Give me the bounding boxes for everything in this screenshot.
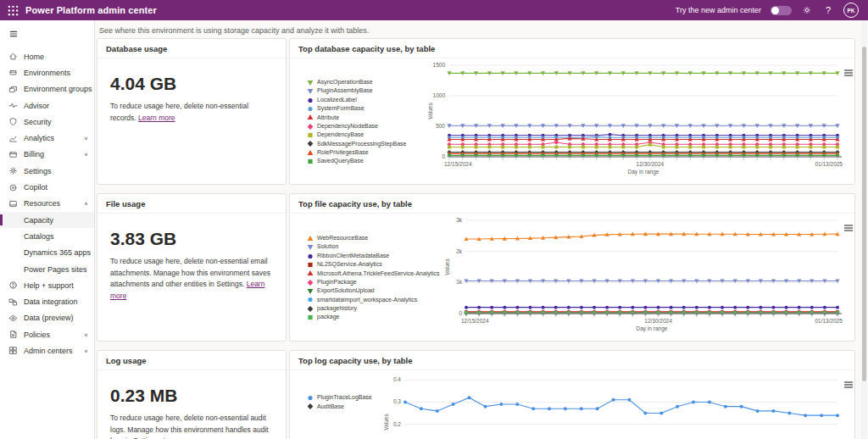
svg-text:12/15/2024: 12/15/2024 bbox=[444, 161, 472, 167]
sidebar-item-data-preview[interactable]: Data (preview) bbox=[0, 310, 94, 326]
triangle-up-marker-icon bbox=[307, 270, 314, 277]
sidebar-item-advisor[interactable]: Advisor bbox=[0, 97, 94, 114]
square-marker-icon bbox=[307, 131, 314, 139]
legend-item[interactable]: RibbonClientMetadataBase bbox=[307, 253, 442, 260]
scrollbar-thumb[interactable] bbox=[862, 47, 866, 381]
legend-label: PluginPackage bbox=[317, 279, 357, 286]
svg-text:01/13/2025: 01/13/2025 bbox=[815, 161, 843, 167]
legend-label: NL2SQService-Analytics bbox=[317, 261, 382, 269]
topbar: Power Platform admin center Try the new … bbox=[0, 0, 868, 20]
legend-label: WebResourceBase bbox=[317, 235, 368, 242]
legend-item[interactable]: PluginTraceLogBase bbox=[307, 394, 381, 402]
legend-item[interactable]: RolePrivilegesBase bbox=[307, 149, 426, 157]
copilot-icon bbox=[8, 183, 18, 192]
chart-title: Top file capacity use, by table bbox=[290, 194, 854, 214]
sidebar-item-catalogs[interactable]: Catalogs bbox=[0, 228, 94, 244]
learn-more-link[interactable]: Learn more bbox=[138, 114, 175, 122]
legend-item[interactable]: WebResourceBase bbox=[307, 235, 442, 242]
legend-item[interactable]: AuditBase bbox=[307, 403, 381, 410]
sidebar-item-label: Home bbox=[24, 53, 44, 61]
sidebar-item-policies[interactable]: Policies∨ bbox=[0, 326, 94, 342]
svg-text:1000: 1000 bbox=[433, 92, 446, 98]
sidebar-item-label: Policies bbox=[24, 331, 50, 339]
legend-item[interactable]: AsyncOperationBase bbox=[307, 79, 426, 86]
legend-item[interactable]: SavedQueryBase bbox=[307, 158, 426, 165]
svg-text:1500: 1500 bbox=[433, 62, 446, 68]
sidebar-item-security[interactable]: Security bbox=[0, 114, 94, 130]
sidebar-item-environment-groups[interactable]: Environment groups bbox=[0, 81, 94, 97]
legend-item[interactable]: ExportSolutionUpload bbox=[307, 287, 442, 295]
legend-item[interactable]: PluginPackage bbox=[307, 279, 442, 286]
help-icon[interactable]: ? bbox=[822, 4, 834, 16]
legend-label: PluginAssemblyBase bbox=[317, 87, 373, 95]
sidebar-item-power-pages-sites[interactable]: Power Pages sites bbox=[0, 261, 94, 277]
sidebar-item-help-support[interactable]: Help + support bbox=[0, 277, 94, 293]
try-new-admin-center-toggle[interactable] bbox=[771, 6, 792, 15]
settings-gear-icon[interactable] bbox=[801, 4, 813, 16]
sidebar-item-settings[interactable]: Settings bbox=[0, 163, 94, 179]
sidebar-item-dynamics-365-apps[interactable]: Dynamics 365 apps bbox=[0, 245, 94, 261]
chart-legend: PluginTraceLogBaseAuditBase bbox=[295, 394, 381, 410]
sidebar-item-label: Settings bbox=[24, 167, 52, 175]
legend-item[interactable]: PluginAssemblyBase bbox=[307, 87, 426, 95]
data-integration-icon bbox=[8, 297, 18, 307]
svg-text:12/15/2024: 12/15/2024 bbox=[461, 318, 489, 324]
sidebar-item-data-integration[interactable]: Data integration bbox=[0, 293, 94, 309]
account-avatar[interactable]: PK bbox=[843, 3, 859, 18]
legend-item[interactable]: LocalizedLabel bbox=[307, 97, 426, 104]
file-chart-card: Top file capacity use, by table WebResou… bbox=[289, 193, 855, 342]
sidebar-item-billing[interactable]: Billing∨ bbox=[0, 147, 94, 163]
chevron-down-icon: ∨ bbox=[84, 348, 88, 353]
legend-item[interactable]: smartdataimport_workspace-Analytics bbox=[307, 296, 442, 303]
nav-collapse-button[interactable] bbox=[0, 20, 94, 48]
circle-marker-icon bbox=[307, 394, 314, 402]
file-chart-plot: 01k2k3kValues12/15/202412/30/202401/13/2… bbox=[442, 214, 849, 342]
sidebar-item-capacity[interactable]: Capacity bbox=[0, 212, 94, 228]
log-chart-card: Top log capacity use, by table PluginTra… bbox=[289, 350, 855, 439]
admin-centers-icon bbox=[8, 346, 18, 355]
legend-item[interactable]: Solution bbox=[307, 243, 442, 251]
svg-text:12/30/2024: 12/30/2024 bbox=[644, 318, 672, 324]
chevron-up-icon: ∧ bbox=[84, 201, 88, 206]
triangle-down-marker-icon bbox=[307, 243, 314, 251]
log-usage-card: Log usage 0.23 MB To reduce usage here, … bbox=[97, 350, 287, 439]
svg-text:Values: Values bbox=[427, 103, 433, 119]
sidebar: HomeEnvironmentsEnvironment groupsAdviso… bbox=[0, 20, 95, 439]
legend-label: packagehistory bbox=[317, 305, 357, 313]
legend-item[interactable]: SystemFormBase bbox=[307, 105, 426, 113]
sidebar-item-label: Billing bbox=[24, 150, 44, 158]
sidebar-item-admin-centers[interactable]: Admin centers∨ bbox=[0, 342, 94, 358]
legend-label: package bbox=[317, 314, 339, 321]
legend-item[interactable]: SdkMessageProcessingStepBase bbox=[307, 140, 426, 147]
legend-item[interactable]: Attribute bbox=[307, 114, 426, 121]
legend-item[interactable]: packagehistory bbox=[307, 305, 442, 313]
app-launcher-icon[interactable] bbox=[0, 0, 25, 20]
legend-item[interactable]: Microsoft.Athena.TrickleFeedService-Anal… bbox=[307, 270, 442, 277]
log-usage-value: 0.23 MB bbox=[110, 386, 275, 406]
legend-item[interactable]: package bbox=[307, 314, 442, 321]
toggle-knob bbox=[771, 7, 779, 14]
legend-label: ExportSolutionUpload bbox=[317, 287, 375, 295]
vertical-scrollbar[interactable] bbox=[861, 20, 867, 439]
power-platform-admin-center: Power Platform admin center Try the new … bbox=[0, 0, 868, 439]
legend-item[interactable]: DependencyBase bbox=[307, 131, 426, 139]
circle-marker-icon bbox=[307, 296, 314, 303]
circle-marker-icon bbox=[307, 253, 314, 260]
sidebar-item-label: Advisor bbox=[24, 102, 49, 110]
legend-label: Attribute bbox=[317, 114, 339, 122]
legend-label: SdkMessageProcessingStepBase bbox=[317, 141, 406, 148]
legend-item[interactable]: NL2SQService-Analytics bbox=[307, 261, 442, 269]
chart-legend: AsyncOperationBasePluginAssemblyBaseLoca… bbox=[295, 79, 426, 166]
sidebar-item-analytics[interactable]: Analytics∨ bbox=[0, 130, 94, 146]
resources-icon bbox=[8, 199, 18, 208]
legend-label: SystemFormBase bbox=[317, 105, 364, 113]
sidebar-item-home[interactable]: Home bbox=[0, 48, 94, 64]
sidebar-item-copilot[interactable]: Copilot bbox=[0, 179, 94, 195]
sidebar-item-resources[interactable]: Resources∧ bbox=[0, 196, 94, 212]
svg-text:Day in range: Day in range bbox=[628, 169, 659, 175]
database-usage-description: To reduce usage here, delete non-essenti… bbox=[110, 101, 275, 124]
legend-item[interactable]: DependencyNodeBase bbox=[307, 123, 426, 131]
svg-text:Day in range: Day in range bbox=[637, 325, 668, 332]
database-chart-plot: 050010001500Values12/15/202412/30/202401… bbox=[426, 58, 849, 185]
sidebar-item-environments[interactable]: Environments bbox=[0, 64, 94, 81]
